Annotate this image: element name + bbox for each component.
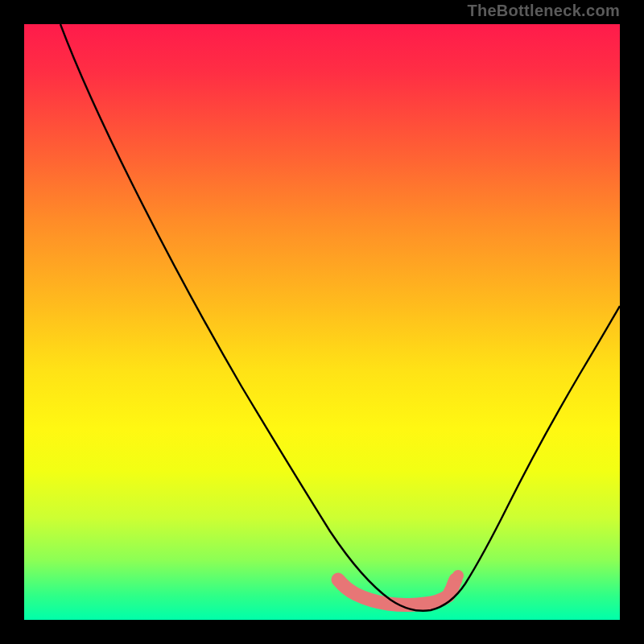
- marker-dot: [452, 570, 464, 581]
- bottleneck-curve: [60, 24, 620, 611]
- marker-band: [338, 580, 456, 605]
- watermark-text: TheBottleneck.com: [467, 2, 620, 20]
- chart-svg: [24, 24, 620, 620]
- plot-area: [24, 24, 620, 620]
